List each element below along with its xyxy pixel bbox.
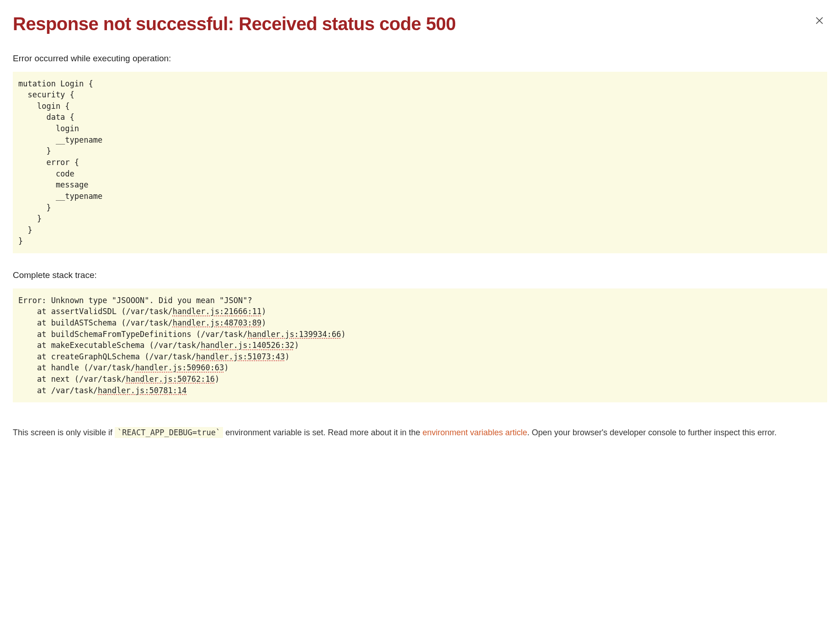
footer-text-part1: This screen is only visible if — [13, 428, 115, 437]
debug-footer-text: This screen is only visible if `REACT_AP… — [13, 426, 827, 439]
stack-frame-link[interactable]: handler.js:51073:43 — [196, 352, 285, 361]
stack-frame-link[interactable]: handler.js:21666:11 — [173, 307, 261, 316]
footer-text-part2: environment variable is set. Read more a… — [223, 428, 422, 437]
stack-frame: at buildSchemaFromTypeDefinitions (/var/… — [18, 330, 346, 339]
stack-trace-block: Error: Unknown type "JSOOON". Did you me… — [13, 288, 827, 403]
stack-frame-link[interactable]: handler.js:48703:89 — [173, 318, 261, 327]
stack-frame-link[interactable]: handler.js:140526:32 — [201, 341, 294, 350]
error-header: Response not successful: Received status… — [13, 13, 827, 35]
footer-text-part3: . Open your browser's developer console … — [527, 428, 777, 437]
stack-error-message: Error: Unknown type "JSOOON". Did you me… — [18, 296, 252, 305]
stack-frame: at makeExecutableSchema (/var/task/handl… — [18, 341, 299, 350]
stack-frame-link[interactable]: handler.js:50960:63 — [135, 363, 224, 372]
env-var-code: `REACT_APP_DEBUG=true` — [115, 427, 223, 438]
stack-frame: at next (/var/task/handler.js:50762:16) — [18, 374, 219, 384]
stack-frame: at buildASTSchema (/var/task/handler.js:… — [18, 318, 266, 327]
stack-frame-link[interactable]: handler.js:139934:66 — [248, 330, 341, 339]
env-variables-article-link[interactable]: environment variables article — [422, 428, 527, 437]
operation-label: Error occurred while executing operation… — [13, 52, 827, 65]
stack-frame-link[interactable]: handler.js:50781:14 — [98, 386, 186, 395]
error-title: Response not successful: Received status… — [13, 13, 456, 35]
stack-frame: at handle (/var/task/handler.js:50960:63… — [18, 363, 229, 372]
stack-frame: at createGraphQLSchema (/var/task/handle… — [18, 352, 290, 361]
stack-frame: at assertValidSDL (/var/task/handler.js:… — [18, 307, 266, 316]
close-button[interactable] — [812, 13, 827, 28]
stack-frame: at /var/task/handler.js:50781:14 — [18, 386, 186, 395]
stack-frame-link[interactable]: handler.js:50762:16 — [126, 374, 214, 384]
operation-code-block: mutation Login { security { login { data… — [13, 72, 827, 254]
close-icon — [814, 16, 824, 26]
stack-trace-label: Complete stack trace: — [13, 269, 827, 282]
